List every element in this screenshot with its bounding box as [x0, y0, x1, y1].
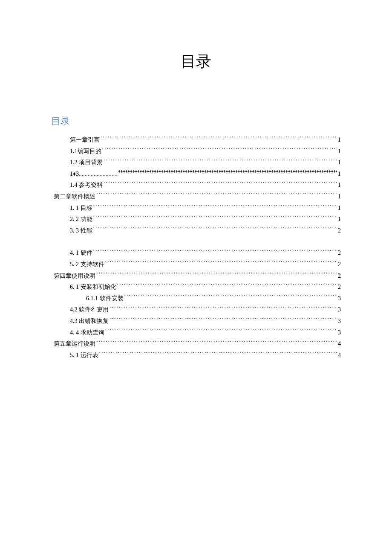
toc-page-number: 2 — [338, 225, 341, 237]
toc-leader-dots — [110, 317, 337, 323]
toc-label: 1. 1 目标 — [70, 203, 92, 214]
toc-entry: 1.4 参考资料 1 — [51, 180, 341, 191]
toc-leader-dots — [104, 158, 337, 164]
toc-leader-dots — [105, 260, 337, 266]
toc-entry: 3. 3 性能 2 — [51, 225, 341, 237]
toc-label: 5. 2 支持软件 — [70, 259, 104, 270]
toc-label: 第五章运行说明 — [54, 338, 95, 350]
toc-leader-dots — [110, 305, 337, 311]
toc-leader-dots — [96, 340, 337, 346]
toc-leader-dots — [117, 283, 337, 289]
toc-entry: 6. 1 安装和初始化 2 — [51, 282, 341, 293]
toc-entry: 1.1编写目的 1 — [51, 146, 341, 157]
toc-label: 4.3 出错和恢复 — [70, 316, 109, 327]
toc-label: 3. 3 性能 — [70, 225, 92, 237]
toc-page-number: 1 — [338, 203, 341, 214]
toc-label: 4.2 软件彳吏用 — [70, 304, 109, 316]
toc-label: 1.4 参考资料 — [70, 180, 103, 191]
toc-page-number: 4 — [338, 350, 341, 361]
toc-label: 第四章使用说明 — [54, 270, 95, 282]
toc-page-number: 2 — [338, 247, 341, 259]
toc-heading: 目录 — [51, 115, 341, 128]
toc-label: 6.1.1 软件安装 — [86, 293, 124, 305]
toc-page-number: 1 — [338, 180, 341, 191]
page-title: 目录 — [51, 51, 341, 72]
toc-leader-dots — [104, 181, 337, 187]
toc-page-number: 1 — [338, 134, 341, 146]
toc-page-number: 1 — [338, 214, 341, 225]
toc-leader-dots — [105, 328, 337, 334]
toc-label: 1.2 项目背景 — [70, 157, 103, 169]
toc-leader-dots — [124, 294, 337, 300]
toc-entry: 1. 1 目标 1 — [51, 203, 341, 214]
toc-leader-dots — [99, 351, 337, 357]
toc-leader-dots — [102, 147, 337, 153]
toc-leader-diamond — [118, 170, 337, 176]
toc-entry: 6.1.1 软件安装 3 — [51, 293, 341, 305]
toc-page-number: 2 — [338, 282, 341, 293]
toc-entry: 4. 1 硬件 2 — [51, 247, 341, 259]
toc-page-number: 1 — [338, 169, 341, 180]
toc-leader-dots — [93, 204, 337, 210]
toc-page-number: 2 — [338, 259, 341, 270]
toc-entry: 第五章运行说明 4 — [51, 338, 341, 350]
toc-blank-line — [51, 236, 341, 247]
toc-entry: 第一章引言 1 — [51, 134, 341, 146]
toc-leader-dots — [93, 249, 337, 255]
toc-page-number: 3 — [338, 304, 341, 316]
toc-page-number: 3 — [338, 316, 341, 327]
toc-label: 第一章引言 — [70, 134, 100, 146]
toc-label: 4. 4 求助查询 — [70, 327, 104, 339]
toc-page-number: 3 — [338, 327, 341, 339]
toc-leader-dots — [93, 227, 337, 232]
toc-label: 1.1编写目的 — [70, 146, 101, 157]
toc-label: 第二章软件概述 — [54, 191, 95, 203]
toc-page-number: 1 — [338, 157, 341, 169]
toc-leader-dots — [96, 272, 337, 278]
document-page: 目录 目录 第一章引言 11.1编写目的 11.2 项目背景 11♦311.4 … — [0, 0, 392, 361]
toc-label: 2. 2 功能 — [70, 214, 92, 225]
toc-entry: 第四章使用说明 2 — [51, 270, 341, 282]
toc-label: 1♦3 — [70, 169, 117, 180]
toc-leader-dots — [101, 136, 337, 142]
toc-prefix-dots — [79, 169, 117, 180]
toc-page-number: 3 — [338, 293, 341, 305]
toc-page-number: 2 — [338, 270, 341, 282]
toc-label: 6. 1 安装和初始化 — [70, 282, 116, 293]
toc-entry: 第二章软件概述 1 — [51, 191, 341, 203]
toc-entry: 5. 2 支持软件 2 — [51, 259, 341, 270]
toc-entry: 4. 4 求助查询 3 — [51, 327, 341, 339]
toc-entry: 1.2 项目背景 1 — [51, 157, 341, 169]
toc-leader-dots — [93, 215, 337, 221]
toc-page-number: 4 — [338, 338, 341, 350]
toc-page-number: 1 — [338, 146, 341, 157]
toc-entry: 4.3 出错和恢复 3 — [51, 316, 341, 327]
toc-entry: 5. 1 运行表 4 — [51, 350, 341, 361]
toc-entry: 4.2 软件彳吏用 3 — [51, 304, 341, 316]
toc-label: 4. 1 硬件 — [70, 247, 92, 259]
toc-entry: 1♦31 — [51, 169, 341, 180]
toc-entry: 2. 2 功能 1 — [51, 214, 341, 225]
toc-leader-dots — [96, 192, 337, 198]
toc-page-number: 1 — [338, 191, 341, 203]
toc-container: 第一章引言 11.1编写目的 11.2 项目背景 11♦311.4 参考资料 1… — [51, 134, 341, 361]
toc-label-text: 1♦3 — [70, 169, 79, 180]
toc-label: 5. 1 运行表 — [70, 350, 98, 361]
